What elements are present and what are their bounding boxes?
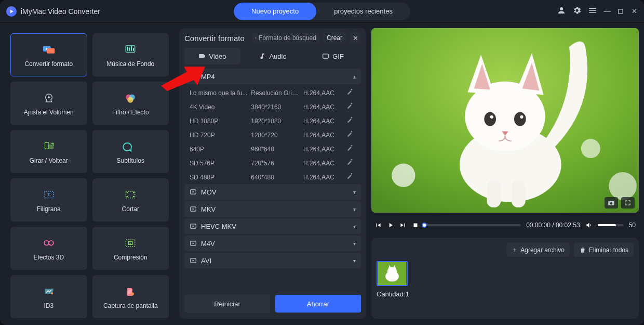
tool-music[interactable]: Música de Fondo bbox=[92, 33, 169, 76]
close-panel-icon[interactable]: ✕ bbox=[350, 32, 361, 44]
create-format-button[interactable]: Crear bbox=[323, 32, 346, 44]
format-panel-title: Convertir formato bbox=[184, 34, 245, 43]
format-search-input[interactable]: Formato de búsqued bbox=[252, 33, 319, 43]
tool-effects3d[interactable]: Efectos 3D bbox=[10, 227, 87, 270]
format-preset-row[interactable]: HD 1080P1920*1080H.264,AAC bbox=[184, 114, 361, 128]
tool-compress[interactable]: Compresión bbox=[92, 227, 169, 270]
tool-label: Compresión bbox=[114, 254, 147, 261]
format-preset-row[interactable]: SD 480P640*480H.264,AAC bbox=[184, 170, 361, 184]
fullscreen-icon[interactable] bbox=[621, 197, 635, 209]
add-file-button[interactable]: ＋ Agregar archivo bbox=[506, 243, 570, 257]
format-tab-video[interactable]: Video bbox=[184, 48, 240, 64]
tool-screenshot[interactable]: Captura de pantalla bbox=[92, 275, 169, 318]
edit-preset-icon[interactable] bbox=[346, 102, 356, 111]
gif-icon bbox=[322, 53, 329, 60]
svg-rect-13 bbox=[48, 145, 53, 149]
snapshot-icon[interactable] bbox=[605, 197, 618, 209]
effects3d-icon bbox=[41, 236, 57, 251]
settings-icon[interactable] bbox=[572, 6, 582, 17]
format-group-mp4[interactable]: MP4▴ bbox=[184, 69, 361, 84]
window-maximize-icon[interactable] bbox=[617, 8, 624, 15]
save-button[interactable]: Ahorrar bbox=[275, 295, 361, 313]
preset-name: 640P bbox=[190, 146, 249, 153]
edit-preset-icon[interactable] bbox=[346, 159, 356, 167]
tool-subtitle[interactable]: Subtítulos bbox=[92, 130, 169, 173]
svg-point-19 bbox=[127, 196, 128, 198]
volume-slider[interactable] bbox=[598, 224, 624, 226]
remove-all-button[interactable]: Eliminar todos bbox=[574, 243, 634, 257]
tool-cut[interactable]: Cortar bbox=[92, 178, 169, 222]
prev-button[interactable] bbox=[374, 222, 382, 229]
reset-button[interactable]: Reiniciar bbox=[184, 295, 270, 313]
asset-thumbnail[interactable] bbox=[377, 261, 408, 286]
window-minimize-icon[interactable]: ― bbox=[603, 8, 611, 15]
format-group-m4v[interactable]: M4V▾ bbox=[184, 236, 361, 251]
edit-preset-icon[interactable] bbox=[346, 173, 356, 181]
preset-codec: H.264,AAC bbox=[303, 174, 344, 181]
tool-filter[interactable]: Filtro / Efecto bbox=[92, 82, 169, 125]
tool-label: Música de Fondo bbox=[106, 60, 154, 68]
tool-watermark[interactable]: TFiligrana bbox=[10, 178, 87, 222]
tool-convert[interactable]: Convertir formato bbox=[10, 33, 87, 76]
tool-rotate[interactable]: Girar / Voltear bbox=[10, 130, 87, 173]
user-icon[interactable] bbox=[557, 6, 566, 17]
subtitle-icon bbox=[123, 139, 138, 154]
svg-rect-2 bbox=[47, 48, 55, 54]
tab-new-project[interactable]: Nuevo proyecto bbox=[234, 3, 316, 20]
svg-rect-49 bbox=[414, 224, 418, 227]
preview-panel: 00:00:00 / 00:02:53 50 ＋ Agregar archivo… bbox=[371, 28, 639, 319]
id3-icon bbox=[41, 284, 57, 299]
format-preset-row[interactable]: 640P960*640H.264,AAC bbox=[184, 142, 361, 156]
menu-icon[interactable] bbox=[588, 6, 597, 17]
edit-preset-icon[interactable] bbox=[346, 145, 356, 153]
volume-icon[interactable] bbox=[585, 222, 593, 229]
format-group-avi[interactable]: AVI▾ bbox=[184, 253, 361, 268]
svg-text:T: T bbox=[47, 192, 50, 198]
format-preset-row[interactable]: HD 720P1280*720H.264,AAC bbox=[184, 128, 361, 142]
preset-name: SD 576P bbox=[190, 160, 249, 167]
tool-volume[interactable]: Ajusta el Volúmen bbox=[10, 82, 87, 125]
tool-id3[interactable]: ID3 bbox=[10, 275, 87, 318]
video-preview[interactable] bbox=[371, 28, 639, 213]
svg-rect-6 bbox=[131, 46, 132, 51]
top-tabs: Nuevo proyecto proyectos recientes bbox=[234, 3, 410, 20]
chevron-icon: ▴ bbox=[353, 74, 356, 80]
preset-resolution: 3840*2160 bbox=[251, 103, 301, 111]
edit-preset-icon[interactable] bbox=[346, 88, 356, 97]
time-display: 00:00:00 / 00:02:53 bbox=[526, 222, 580, 229]
format-group-mov[interactable]: MOV▾ bbox=[184, 184, 361, 200]
svg-rect-48 bbox=[512, 180, 526, 207]
window-close-icon[interactable]: ✕ bbox=[630, 8, 638, 15]
format-group-mkv[interactable]: MKV▾ bbox=[184, 201, 361, 217]
preset-codec: H.264,AAC bbox=[303, 132, 344, 139]
format-tab-gif[interactable]: GIF bbox=[305, 48, 361, 64]
format-icon bbox=[190, 188, 197, 196]
svg-rect-5 bbox=[129, 48, 130, 51]
format-panel: Convertir formato Formato de búsqued Cre… bbox=[179, 28, 366, 319]
play-button[interactable] bbox=[387, 222, 394, 229]
format-group-label: HEVC MKV bbox=[201, 223, 236, 230]
tab-recent-projects[interactable]: proyectos recientes bbox=[316, 3, 410, 20]
svg-point-22 bbox=[49, 241, 53, 245]
cut-icon bbox=[123, 188, 138, 202]
compress-icon bbox=[123, 236, 138, 251]
edit-preset-icon[interactable] bbox=[346, 131, 356, 139]
format-icon bbox=[190, 73, 197, 80]
seek-slider[interactable] bbox=[424, 224, 521, 226]
format-preset-row[interactable]: 4K Video3840*2160H.264,AAC bbox=[184, 100, 361, 114]
next-button[interactable] bbox=[399, 222, 407, 229]
preset-codec: H.264,AAC bbox=[303, 160, 344, 167]
svg-point-45 bbox=[490, 115, 493, 119]
music-icon bbox=[123, 43, 138, 57]
chevron-icon: ▾ bbox=[353, 206, 356, 212]
format-preset-row[interactable]: SD 576P720*576H.264,AAC bbox=[184, 156, 361, 170]
format-tab-audio[interactable]: Audio bbox=[245, 48, 301, 64]
stop-button[interactable] bbox=[412, 222, 419, 229]
format-group-hevc-mkv[interactable]: HEVC MKV▾ bbox=[184, 218, 361, 234]
preset-name: Lo mismo que la fu... bbox=[190, 89, 249, 97]
edit-preset-icon[interactable] bbox=[346, 116, 356, 125]
format-preset-row[interactable]: Lo mismo que la fu...Resolución Original… bbox=[184, 86, 361, 100]
svg-point-18 bbox=[133, 192, 135, 194]
filter-icon bbox=[123, 91, 138, 106]
format-group-label: M4V bbox=[201, 240, 215, 248]
